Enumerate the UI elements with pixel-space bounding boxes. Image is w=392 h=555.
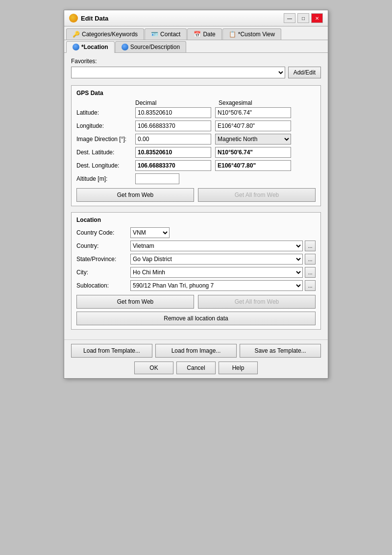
longitude-decimal-input[interactable] [135, 121, 211, 131]
decimal-header: Decimal [135, 99, 214, 106]
latitude-decimal-input[interactable] [135, 107, 211, 118]
loc-get-from-web-button[interactable]: Get from Web [76, 295, 194, 309]
state-select[interactable]: Go Vap District [130, 254, 303, 265]
close-button[interactable]: ✕ [311, 13, 323, 23]
location-section: Location Country Code: VNM Country: Viet… [71, 212, 321, 330]
gps-headers: Decimal Sexagesimal [135, 99, 316, 106]
city-label: City: [76, 269, 130, 276]
destlon-decimal-input[interactable] [135, 160, 211, 171]
sublocation-select[interactable]: 590/12 Phan Van Tri, phuong 7 [130, 280, 303, 291]
tab-date[interactable]: 📅 Date [187, 28, 221, 40]
main-content: Favorites: Add/Edit GPS Data Decimal Sex… [64, 53, 328, 339]
destlat-label: Dest. Latitude: [76, 149, 135, 156]
bottom-section: Load from Template... Load from Image...… [64, 339, 328, 378]
app-icon [69, 14, 78, 23]
destlat-decimal-input[interactable] [135, 147, 211, 158]
sexagesimal-header: Sexagesimal [219, 99, 297, 106]
longitude-row: Longitude: [76, 121, 316, 131]
cancel-button[interactable]: Cancel [176, 362, 216, 374]
altitude-row: Altitude [m]: [76, 173, 316, 184]
window-controls: — □ ✕ [284, 13, 323, 23]
altitude-label: Altitude [m]: [76, 175, 135, 182]
gps-web-buttons: Get from Web Get All from Web [76, 188, 316, 202]
destlon-label: Dest. Longitude: [76, 162, 135, 169]
maximize-button[interactable]: □ [297, 13, 309, 23]
loc-get-all-from-web-button[interactable]: Get All from Web [198, 295, 316, 309]
state-label: State/Province: [76, 256, 130, 263]
bottom-row-2: OK Cancel Help [71, 362, 321, 374]
tabs-row-1: 🔑 Categories/Keywords 🪪 Contact 📅 Date 📋… [64, 26, 328, 40]
gps-section: GPS Data Decimal Sexagesimal Latitude: L… [71, 85, 321, 206]
country-code-row: Country Code: VNM [76, 227, 316, 238]
load-template-button[interactable]: Load from Template... [71, 344, 152, 358]
imgdir-decimal-input[interactable] [135, 134, 211, 145]
edit-data-window: Edit Data — □ ✕ 🔑 Categories/Keywords 🪪 … [64, 10, 328, 379]
imgdir-label: Image Direction [°]: [76, 136, 135, 143]
imgdir-direction-select[interactable]: Magnetic North True North [215, 134, 291, 145]
latitude-sex-input[interactable] [215, 107, 291, 118]
altitude-input[interactable] [135, 173, 179, 184]
destlat-row: Dest. Latitude: [76, 147, 316, 158]
title-bar-left: Edit Data [69, 14, 108, 23]
add-edit-button[interactable]: Add/Edit [288, 67, 321, 78]
destlat-sex-input[interactable] [215, 147, 291, 158]
country-label: Country: [76, 242, 130, 249]
title-bar: Edit Data — □ ✕ [64, 10, 328, 26]
longitude-sex-input[interactable] [215, 121, 291, 131]
country-code-wrap: VNM [130, 227, 316, 238]
globe-icon [73, 44, 79, 50]
loc-web-buttons: Get from Web Get All from Web [76, 295, 316, 309]
destlon-row: Dest. Longitude: [76, 160, 316, 171]
state-ellipsis-button[interactable]: ... [305, 254, 316, 265]
sublocation-wrap: 590/12 Phan Van Tri, phuong 7 ... [130, 280, 316, 291]
state-wrap: Go Vap District ... [130, 254, 316, 265]
city-ellipsis-button[interactable]: ... [305, 267, 316, 278]
window-title: Edit Data [81, 15, 108, 22]
sublocation-label: Sublocation: [76, 282, 130, 289]
sublocation-row: Sublocation: 590/12 Phan Van Tri, phuong… [76, 280, 316, 291]
tab-location[interactable]: *Location [66, 41, 115, 53]
gps-get-all-from-web-button[interactable]: Get All from Web [198, 188, 316, 202]
favorites-row: Add/Edit [71, 67, 321, 78]
favorites-select[interactable] [71, 67, 285, 78]
tab-categories[interactable]: 🔑 Categories/Keywords [66, 28, 144, 40]
state-row: State/Province: Go Vap District ... [76, 254, 316, 265]
gps-get-from-web-button[interactable]: Get from Web [76, 188, 194, 202]
tab-contact[interactable]: 🪪 Contact [145, 28, 187, 40]
location-title: Location [76, 217, 316, 223]
city-select[interactable]: Ho Chi Minh [130, 267, 303, 278]
tab-source-description[interactable]: Source/Description [115, 41, 186, 52]
country-code-label: Country Code: [76, 229, 130, 236]
gps-title: GPS Data [76, 90, 316, 97]
longitude-label: Longitude: [76, 122, 135, 129]
ok-button[interactable]: OK [134, 362, 173, 374]
info-icon [122, 44, 128, 50]
load-image-button[interactable]: Load from Image... [155, 344, 237, 358]
remove-all-button[interactable]: Remove all location data [76, 312, 316, 325]
country-code-select[interactable]: VNM [130, 227, 170, 238]
tab-custom-view[interactable]: 📋 *Custom View [222, 28, 281, 40]
city-row: City: Ho Chi Minh ... [76, 267, 316, 278]
tabs-row-2: *Location Source/Description [64, 40, 328, 53]
latitude-row: Latitude: [76, 107, 316, 118]
city-wrap: Ho Chi Minh ... [130, 267, 316, 278]
help-button[interactable]: Help [219, 362, 258, 374]
favorites-label: Favorites: [71, 58, 321, 65]
latitude-label: Latitude: [76, 109, 135, 116]
country-select[interactable]: Vietnam [130, 241, 303, 251]
country-ellipsis-button[interactable]: ... [305, 241, 316, 251]
minimize-button[interactable]: — [284, 13, 295, 23]
country-row: Country: Vietnam ... [76, 241, 316, 251]
sublocation-ellipsis-button[interactable]: ... [305, 280, 316, 291]
country-wrap: Vietnam ... [130, 241, 316, 251]
destlon-sex-input[interactable] [215, 160, 291, 171]
save-template-button[interactable]: Save as Template... [240, 344, 321, 358]
imgdir-row: Image Direction [°]: Magnetic North True… [76, 134, 316, 145]
bottom-row-1: Load from Template... Load from Image...… [71, 344, 321, 358]
